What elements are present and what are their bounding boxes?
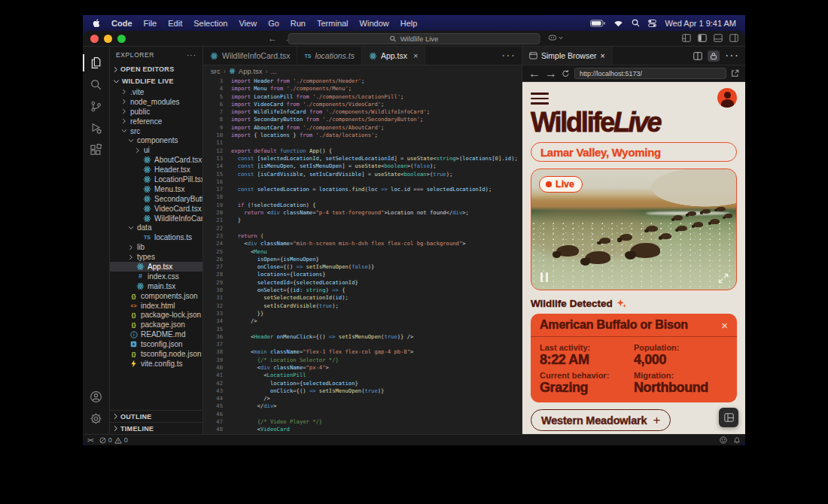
breadcrumb-src[interactable]: src [211, 67, 221, 75]
tree-item-node-modules[interactable]: node_modules [110, 97, 202, 107]
avatar-button[interactable] [717, 88, 737, 108]
tree-item-index-css[interactable]: #index.css [110, 272, 202, 281]
tree-item-public[interactable]: public [110, 107, 202, 117]
menu-item-selection[interactable]: Selection [193, 19, 227, 28]
toggle-primary-sidebar-icon[interactable] [698, 34, 707, 42]
lock-button[interactable] [708, 50, 720, 62]
copilot-button[interactable] [548, 34, 563, 42]
code-editor[interactable]: 3import Header from './components/Header… [203, 77, 522, 434]
feedback-smiley-icon[interactable] [720, 436, 727, 444]
activity-extensions-button[interactable] [83, 139, 110, 161]
tree-item-vite-config-ts[interactable]: vite.config.ts [110, 359, 202, 369]
tree-item-vite[interactable]: .vite [110, 87, 202, 97]
split-editor-icon[interactable] [693, 52, 702, 60]
tree-item-tsconfig-json[interactable]: tsconfig.json [110, 339, 202, 349]
customize-layout-icon[interactable] [682, 34, 691, 42]
history-back-button[interactable]: ← [268, 33, 277, 44]
menu-item-help[interactable]: Help [400, 19, 418, 28]
menu-item-window[interactable]: Window [360, 19, 389, 28]
menu-item-edit[interactable]: Edit [168, 19, 182, 28]
tree-item-app-tsx[interactable]: App.tsx [110, 262, 202, 272]
tree-item-reference[interactable]: reference [110, 117, 202, 126]
tree-item-types[interactable]: types [110, 252, 202, 262]
activity-run-debug-button[interactable] [83, 117, 110, 139]
workspace-root-section[interactable]: WILDLIFE LIVE [110, 75, 202, 87]
window-zoom-button[interactable] [117, 35, 126, 43]
video-card[interactable]: Live [531, 169, 737, 290]
tab-app-tsx[interactable]: App.tsx× [362, 47, 425, 65]
menu-item-file[interactable]: File [144, 19, 157, 28]
breadcrumb-symbol[interactable]: ... [271, 67, 277, 75]
window-close-button[interactable] [90, 35, 99, 43]
open-external-icon[interactable] [731, 69, 739, 77]
browser-forward-button[interactable]: → [545, 67, 557, 80]
apple-menu-icon[interactable] [92, 18, 101, 28]
pause-button[interactable] [540, 272, 548, 282]
tree-item-components-json[interactable]: {}components.json [110, 291, 202, 301]
outline-section[interactable]: OUTLINE [110, 410, 202, 422]
tree-item-package-json[interactable]: {}package.json [110, 320, 202, 329]
tree-item-components[interactable]: components [110, 135, 202, 145]
reload-icon[interactable] [562, 69, 570, 77]
toggle-panel-icon[interactable] [714, 34, 723, 42]
tree-item-header-tsx[interactable]: Header.tsx [110, 165, 202, 175]
breadcrumb-file[interactable]: App.tsx [239, 67, 263, 75]
menubar-clock[interactable]: Wed Apr 1 9:41 AM [665, 19, 736, 28]
window-minimize-button[interactable] [104, 35, 112, 43]
tab-simple-browser[interactable]: Simple Browser × [522, 47, 613, 65]
browser-back-button[interactable]: ← [528, 67, 540, 80]
tree-item-secondarybutton-tsx[interactable]: SecondaryButton.tsx [110, 194, 202, 204]
menu-item-run[interactable]: Run [291, 19, 306, 28]
tree-item-readme-md[interactable]: README.md [110, 329, 202, 339]
western-meadowlark-button[interactable]: Western Meadowlark + [531, 409, 671, 431]
tree-item-menu-tsx[interactable]: Menu.tsx [110, 184, 202, 194]
tree-item-locations-ts[interactable]: TSlocations.ts [110, 232, 202, 242]
tree-item-ui[interactable]: ui [110, 145, 202, 155]
activity-search-button[interactable] [83, 74, 110, 96]
problems-indicator[interactable]: 0 0 [99, 436, 128, 444]
expand-icon[interactable] [718, 273, 729, 284]
location-pill-button[interactable]: Lamar Valley, Wyoming [531, 142, 737, 162]
remote-indicator[interactable]: >< [87, 437, 93, 444]
tree-item-wildlifeinfocard-tsx[interactable]: WildlifeInfoCard.tsx [110, 214, 202, 223]
command-center-search[interactable]: Wildlife Live [288, 33, 540, 44]
hamburger-menu-button[interactable] [531, 91, 549, 105]
close-icon[interactable]: × [413, 51, 418, 60]
activity-source-control-button[interactable] [83, 96, 110, 117]
settings-gear-button[interactable] [83, 408, 110, 430]
control-center-icon[interactable] [648, 20, 656, 27]
activity-explorer-button[interactable] [83, 52, 110, 74]
spotlight-search-icon[interactable] [632, 19, 640, 27]
tree-item-index-html[interactable]: <>index.html [110, 301, 202, 311]
timeline-section[interactable]: TIMELINE [110, 422, 202, 434]
close-icon[interactable]: × [721, 320, 728, 331]
tree-item-main-tsx[interactable]: main.tsx [110, 281, 202, 291]
menu-item-view[interactable]: View [239, 19, 257, 28]
tree-item-locationpill-tsx[interactable]: LocationPill.tsx [110, 175, 202, 184]
tree-item-lib[interactable]: lib [110, 242, 202, 252]
tab-wildlifeinfocard-tsx[interactable]: WildlifeInfoCard.tsx [203, 47, 297, 65]
tree-item-data[interactable]: data [110, 223, 202, 232]
accounts-button[interactable] [83, 386, 110, 408]
editor-more-actions[interactable]: ··· [495, 47, 522, 65]
overlay-layout-button[interactable] [719, 408, 738, 427]
tree-item-aboutcard-tsx[interactable]: AboutCard.tsx [110, 155, 202, 165]
breadcrumb[interactable]: src › App.tsx › ... [203, 65, 522, 77]
tree-item-src[interactable]: src [110, 126, 202, 136]
tree-item-videocard-tsx[interactable]: VideoCard.tsx [110, 204, 202, 214]
menu-app-name[interactable]: Code [111, 19, 132, 28]
wifi-icon[interactable] [613, 20, 623, 27]
toggle-secondary-sidebar-icon[interactable] [729, 34, 738, 42]
battery-icon[interactable] [590, 20, 605, 27]
tab-locations-ts[interactable]: TSlocations.ts [297, 47, 361, 65]
url-input[interactable] [574, 68, 726, 79]
explorer-more-actions[interactable]: ··· [187, 51, 196, 59]
tree-item-tsconfig-node-json[interactable]: {}tsconfig.node.json [110, 349, 202, 359]
tree-item-package-lock-json[interactable]: {}package-lock.json [110, 310, 202, 320]
browser-more-actions[interactable]: ··· [725, 49, 739, 62]
menu-item-terminal[interactable]: Terminal [317, 19, 349, 28]
close-icon[interactable]: × [601, 51, 605, 60]
menu-item-go[interactable]: Go [268, 19, 279, 28]
open-editors-section[interactable]: OPEN EDITORS [110, 63, 202, 75]
bell-icon[interactable] [733, 436, 741, 444]
